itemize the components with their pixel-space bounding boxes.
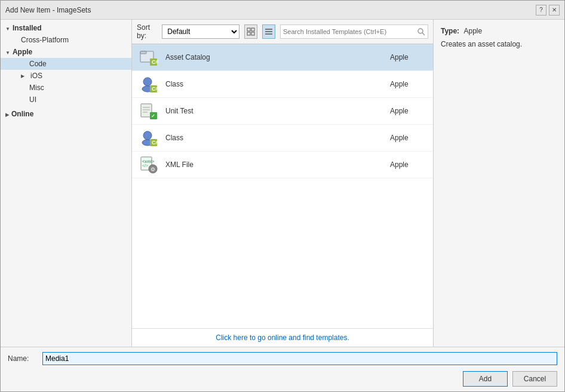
sidebar-misc-label: Misc [29,84,127,92]
search-container [280,24,428,39]
sidebar-ios-label: iOS [30,72,127,80]
sidebar-apple-label: Apple [13,48,32,56]
template-name-class-2: Class [165,134,383,142]
sidebar-item-code[interactable]: Code [1,58,131,70]
button-row: Add Cancel [8,371,557,387]
add-button[interactable]: Add [463,371,508,387]
list-view-button[interactable] [262,24,275,39]
sidebar-item-misc[interactable]: Misc [1,82,131,94]
chevron-down-icon-apple [5,48,10,56]
sort-by-label: Sort by: [137,23,157,40]
svg-point-23 [143,131,152,140]
close-button[interactable]: ✕ [549,5,560,16]
chevron-down-icon [5,24,10,32]
template-name-unit-test: Unit Test [165,107,383,115]
template-name-asset-catalog: Asset Catalog [165,53,383,61]
svg-rect-0 [247,28,250,31]
svg-text:</>: </> [142,163,148,168]
add-new-item-dialog: Add New Item - ImageSets ? ✕ Installed C… [0,0,565,392]
svg-text:C#: C# [152,86,158,92]
sidebar-item-cross-platform[interactable]: Cross-Platform [1,34,131,46]
sidebar-installed-label: Installed [13,24,42,32]
template-icon-class-1: C# [139,75,158,94]
help-button[interactable]: ? [536,5,546,16]
info-type: Type: Apple [441,27,557,35]
online-link[interactable]: Click here to go online and find templat… [216,334,349,342]
chevron-right-icon [21,73,29,79]
grid-icon [247,27,255,36]
sidebar: Installed Cross-Platform Apple Code [1,20,132,347]
sidebar-online-label: Online [11,110,33,118]
template-name-class-1: Class [165,80,383,88]
template-icon-xml: <xml> </> ⚙ [139,155,158,174]
toolbar: Sort by: Default [132,20,433,44]
svg-point-7 [418,29,423,33]
cancel-button[interactable]: Cancel [512,371,557,387]
svg-text:⚙: ⚙ [151,166,155,172]
search-icon [417,27,425,36]
template-source-class-1: Apple [390,80,426,88]
bottom-area: Name: Add Cancel [1,347,564,391]
sort-select[interactable]: Default [162,24,239,39]
dialog-title: Add New Item - ImageSets [5,6,91,14]
sidebar-ui-label: UI [29,95,127,104]
online-link-container: Click here to go online and find templat… [132,328,433,347]
type-label: Type: [441,27,459,35]
svg-text:<xml>: <xml> [142,159,154,163]
dialog-content: Installed Cross-Platform Apple Code [1,20,564,391]
template-source-xml: Apple [390,160,426,169]
template-item-class-1[interactable]: C# Class Apple [132,71,433,98]
sidebar-item-ios[interactable]: iOS [1,70,131,82]
main-area: Installed Cross-Platform Apple Code [1,20,564,347]
sidebar-item-ui[interactable]: UI [1,94,131,106]
title-bar: Add New Item - ImageSets ? ✕ [1,1,564,20]
template-item-asset-catalog[interactable]: C# Asset Catalog Apple [132,44,433,71]
center-panel: Sort by: Default [132,20,433,347]
template-source-unit-test: Apple [390,107,426,115]
template-icon-class-2: C# [139,128,158,147]
list-icon [265,27,273,36]
template-icon-asset-catalog: C# [139,48,158,67]
svg-text:✓: ✓ [151,113,155,119]
name-row: Name: [8,352,557,365]
template-list: C# Asset Catalog Apple [132,44,433,328]
info-description: Creates an asset catalog. [441,39,557,50]
svg-point-13 [143,78,152,86]
template-item-class-2[interactable]: C# Class Apple [132,125,433,152]
svg-text:C#: C# [152,140,158,146]
search-input[interactable] [283,28,414,35]
chevron-right-icon-online [5,110,9,118]
name-input[interactable] [42,352,557,365]
grid-view-button[interactable] [244,24,257,39]
template-name-xml: XML File [165,160,383,169]
title-bar-controls: ? ✕ [536,5,560,16]
template-icon-unit-test: ✓ [139,101,158,121]
svg-text:C#: C# [152,59,158,65]
template-item-unit-test[interactable]: ✓ Unit Test Apple [132,98,433,125]
svg-rect-1 [251,28,254,31]
svg-line-8 [422,33,425,35]
sidebar-code-label: Code [29,60,127,68]
svg-rect-2 [247,32,250,35]
type-value: Apple [463,27,482,35]
sidebar-item-installed[interactable]: Installed [1,22,131,34]
name-label: Name: [8,354,38,363]
sidebar-item-online[interactable]: Online [1,108,131,120]
template-source-asset-catalog: Apple [390,53,426,61]
svg-rect-10 [140,51,146,54]
svg-rect-3 [251,32,254,35]
template-item-xml[interactable]: <xml> </> ⚙ XML File Apple [132,152,433,178]
info-panel: Type: Apple Creates an asset catalog. [433,20,564,347]
sidebar-cross-platform-label: Cross-Platform [21,36,127,44]
sidebar-item-apple[interactable]: Apple [1,46,131,58]
template-source-class-2: Apple [390,134,426,142]
